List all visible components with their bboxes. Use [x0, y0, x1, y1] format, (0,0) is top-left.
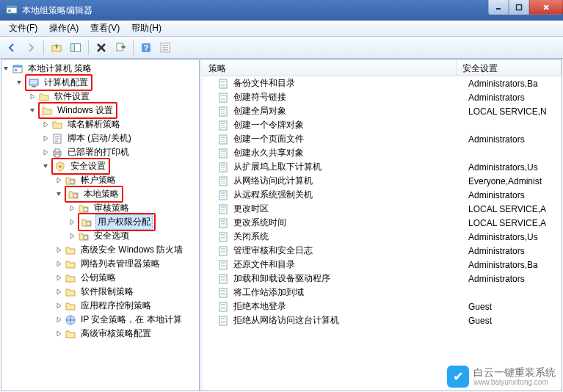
expand-icon[interactable] — [68, 232, 76, 241]
tree-item[interactable]: 安全选项 — [1, 229, 199, 243]
menu-file[interactable]: 文件(F) — [3, 20, 43, 37]
list-item[interactable]: 创建一个令牌对象 — [203, 118, 562, 132]
list-item[interactable]: 创建一个页面文件Administrators — [203, 132, 562, 146]
tree-item[interactable]: 软件限制策略 — [1, 285, 199, 299]
expand-icon[interactable] — [54, 246, 63, 255]
policy-name: 创建全局对象 — [233, 105, 468, 117]
expand-icon[interactable] — [54, 288, 63, 297]
list-item[interactable]: 从网络访问此计算机Everyone,Administ — [203, 174, 562, 188]
svg-rect-65 — [221, 181, 225, 182]
expand-icon[interactable] — [54, 274, 63, 283]
delete-button[interactable] — [92, 39, 110, 57]
expand-icon[interactable] — [54, 330, 63, 338]
maximize-button[interactable] — [509, 0, 529, 15]
policy-name: 关闭系统 — [233, 231, 468, 243]
show-hide-tree-button[interactable] — [67, 39, 84, 57]
expand-icon[interactable] — [54, 176, 63, 185]
expand-icon[interactable] — [54, 302, 63, 311]
tree-item[interactable]: 域名解析策略 — [1, 117, 199, 131]
expand-icon[interactable] — [28, 92, 37, 101]
svg-rect-93 — [221, 279, 225, 280]
svg-rect-57 — [221, 153, 225, 154]
list-item[interactable]: 备份文件和目录Administrators,Ba — [203, 76, 562, 90]
list-item[interactable]: 拒绝从网络访问这台计算机Guest — [203, 313, 562, 327]
tree-item[interactable]: 网络列表管理器策略 — [1, 257, 199, 271]
security-setting: Administrators — [468, 274, 562, 284]
policy-name: 更改时区 — [233, 203, 468, 215]
list-pane[interactable]: 策略 安全设置 备份文件和目录Administrators,Ba创建符号链接Ad… — [203, 60, 562, 391]
tree-item[interactable]: 应用程序控制策略 — [1, 299, 199, 313]
list-item[interactable]: 从远程系统强制关机Administrators — [203, 188, 562, 202]
collapse-icon[interactable] — [41, 162, 50, 171]
tree-item[interactable]: IP 安全策略，在 本地计算 — [1, 313, 199, 327]
expand-icon[interactable] — [41, 134, 50, 143]
column-security[interactable]: 安全设置 — [457, 60, 562, 76]
security-setting: Administrators — [468, 92, 562, 103]
back-button[interactable] — [3, 39, 21, 57]
list-item[interactable]: 更改系统时间LOCAL SERVICE,A — [203, 216, 562, 230]
list-item[interactable]: 从扩展坞上取下计算机Administrators,Us — [203, 160, 562, 174]
tree-label: 域名解析策略 — [66, 117, 122, 131]
list-item[interactable]: 更改时区LOCAL SERVICE,A — [203, 202, 562, 216]
export-button[interactable] — [112, 39, 129, 57]
svg-rect-38 — [221, 85, 225, 86]
tree-item[interactable]: 脚本 (启动/关机) — [1, 131, 199, 145]
expand-icon[interactable] — [68, 204, 76, 213]
expand-icon[interactable] — [41, 148, 50, 157]
svg-rect-30 — [73, 194, 77, 197]
policy-icon — [217, 287, 229, 299]
security-setting: Administrators,Ba — [468, 79, 562, 89]
tree-item[interactable]: 计算机配置 — [1, 76, 199, 90]
policy-icon — [217, 175, 229, 187]
toolbar: ? — [0, 37, 563, 59]
svg-rect-81 — [221, 237, 225, 238]
collapse-icon[interactable] — [15, 79, 23, 87]
column-policy[interactable]: 策略 — [203, 60, 457, 76]
tree-item[interactable]: 高级审核策略配置 — [1, 327, 199, 341]
tree-pane[interactable]: 本地计算机 策略计算机配置软件设置Windows 设置域名解析策略脚本 (启动/… — [1, 60, 200, 391]
menu-help[interactable]: 帮助(H) — [126, 20, 167, 37]
properties-button[interactable] — [156, 39, 174, 57]
policy-icon — [217, 203, 229, 215]
collapse-icon[interactable] — [28, 106, 37, 115]
tree-item[interactable]: 高级安全 Windows 防火墙 — [1, 243, 199, 257]
close-button[interactable] — [529, 0, 563, 15]
tree-item[interactable]: 安全设置 — [1, 159, 199, 173]
list-item[interactable]: 创建全局对象LOCAL SERVICE,N — [203, 104, 562, 118]
tree-item[interactable]: 公钥策略 — [1, 271, 199, 285]
expand-icon[interactable] — [41, 120, 50, 129]
watermark: ✔ 白云一键重装系统 www.baiyunxitong.com — [447, 366, 556, 388]
minimize-button[interactable] — [488, 0, 509, 15]
tree-item[interactable]: 本地策略 — [1, 187, 199, 201]
up-button[interactable] — [48, 39, 65, 57]
policy-icon — [217, 217, 229, 229]
list-item[interactable]: 加载和卸载设备驱动程序Administrators — [203, 272, 562, 286]
expand-icon[interactable] — [68, 218, 76, 227]
svg-rect-64 — [221, 178, 225, 180]
list-item[interactable]: 拒绝本地登录Guest — [203, 300, 562, 313]
svg-rect-23 — [32, 86, 36, 87]
list-item[interactable]: 将工作站添加到域 — [203, 286, 562, 300]
forward-button[interactable] — [22, 39, 40, 57]
menu-view[interactable]: 查看(V) — [84, 20, 126, 37]
tree-item[interactable]: Windows 设置 — [1, 104, 199, 117]
tree-item[interactable]: 用户权限分配 — [1, 215, 199, 229]
help-button[interactable]: ? — [137, 39, 155, 57]
list-item[interactable]: 创建符号链接Administrators — [203, 90, 562, 104]
svg-rect-48 — [221, 123, 225, 124]
collapse-icon[interactable] — [1, 65, 10, 73]
list-item[interactable]: 创建永久共享对象 — [203, 146, 562, 160]
menu-action[interactable]: 操作(A) — [43, 20, 84, 37]
list-item[interactable]: 管理审核和安全日志Administrators — [203, 244, 562, 258]
svg-rect-54 — [221, 141, 225, 142]
expand-icon[interactable] — [54, 260, 63, 269]
root-icon — [12, 63, 23, 75]
collapse-icon[interactable] — [54, 190, 63, 199]
svg-rect-100 — [221, 304, 225, 305]
list-item[interactable]: 关闭系统Administrators,Us — [203, 230, 562, 244]
list-item[interactable]: 还原文件和目录Administrators,Ba — [203, 258, 562, 272]
expand-icon[interactable] — [54, 316, 63, 324]
folder-icon — [65, 244, 76, 256]
policy-name: 创建永久共享对象 — [233, 147, 468, 159]
policy-name: 加载和卸载设备驱动程序 — [233, 272, 468, 285]
